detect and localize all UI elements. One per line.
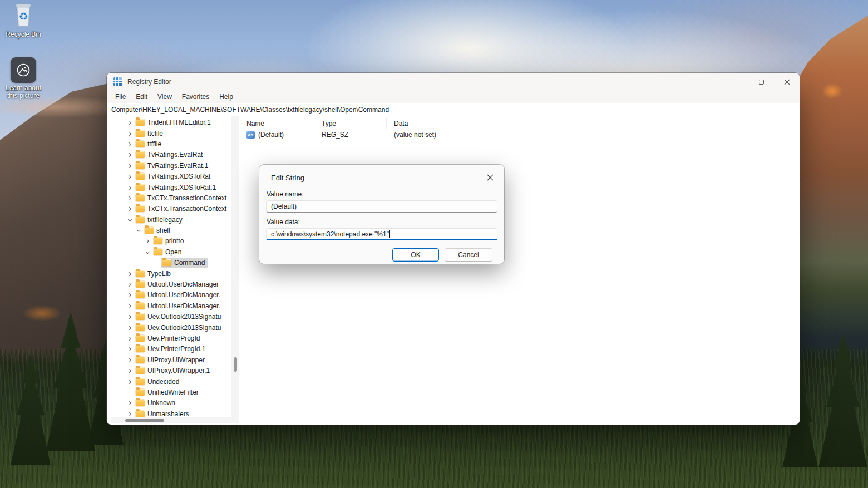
chevron-right-icon[interactable] <box>126 312 134 322</box>
tree-item-label: TypeLib <box>147 270 171 278</box>
ok-button[interactable]: OK <box>392 248 439 262</box>
title-bar[interactable]: Registry Editor <box>107 73 800 91</box>
tree-item-txtfilelegacy[interactable]: txtfilelegacy <box>111 215 239 225</box>
tree-item-uiproxy-uiwrapper-1[interactable]: UIProxy.UIWrapper.1 <box>111 366 239 376</box>
chevron-right-icon[interactable] <box>126 323 134 333</box>
tree-item-tvratings-xdstorat-1[interactable]: TvRatings.XDSToRat.1 <box>111 182 239 193</box>
tree-item-label: Open <box>165 248 181 256</box>
tree-item-content: TvRatings.XDSToRat <box>134 172 214 181</box>
chevron-right-icon[interactable] <box>144 236 152 247</box>
tree-item-label: Undecided <box>147 378 179 386</box>
menu-item-favorites[interactable]: Favorites <box>177 93 214 101</box>
value-row[interactable]: (Default)REG_SZ(value not set) <box>239 129 800 140</box>
minimize-button[interactable] <box>723 73 748 91</box>
tree-item-undecided[interactable]: Undecided <box>111 376 239 387</box>
menu-item-view[interactable]: View <box>152 93 177 101</box>
chevron-right-icon[interactable] <box>126 269 134 279</box>
column-header-type[interactable]: Type <box>314 118 387 129</box>
chevron-right-icon[interactable] <box>126 129 134 139</box>
tree-item-label: Uev.Outlook2013Signatu <box>147 313 221 321</box>
value-name-field[interactable]: (Default) <box>266 200 497 213</box>
close-button[interactable] <box>774 73 800 91</box>
tree-item-txctx-transactioncontext[interactable]: TxCTx.TransactionContext <box>111 204 239 214</box>
left-gutter <box>107 116 111 423</box>
tree-item-shell[interactable]: shell <box>111 225 239 236</box>
chevron-right-icon[interactable] <box>126 398 134 408</box>
folder-icon <box>136 130 145 137</box>
tree-item-content: ttcfile <box>134 129 166 139</box>
chevron-right-icon[interactable] <box>126 290 134 300</box>
tree-item-udtool-userdicmanager-[interactable]: Udtool.UserDicManager. <box>111 290 239 300</box>
tree-item-label: Udtool.UserDicManager <box>147 280 219 288</box>
learn-about-picture-desktop-icon[interactable]: Learn about this picture <box>3 57 43 100</box>
recycle-bin-desktop-icon[interactable]: ♻ Recycle Bin <box>3 2 43 39</box>
chevron-right-icon[interactable] <box>126 171 134 182</box>
chevron-right-icon[interactable] <box>126 344 134 354</box>
tree-item-uev-outlook2013signatu[interactable]: Uev.Outlook2013Signatu <box>111 312 239 322</box>
column-header-name[interactable]: Name <box>239 118 314 129</box>
tree-vertical-scrollbar[interactable] <box>231 116 239 417</box>
chevron-right-icon[interactable] <box>126 139 134 150</box>
tree-item-label: Udtool.UserDicManager. <box>147 302 220 310</box>
menu-item-edit[interactable]: Edit <box>131 93 152 101</box>
tree-item-unifiedwritefilter[interactable]: UnifiedWriteFilter <box>111 387 239 398</box>
tree-item-label: Uev.Outlook2013Signatu <box>147 324 221 332</box>
chevron-right-icon[interactable] <box>126 377 134 387</box>
dialog-close-button[interactable] <box>484 171 496 184</box>
chevron-right-icon[interactable] <box>126 355 134 366</box>
folder-icon <box>136 162 145 169</box>
reg-sz-string-icon <box>246 131 255 139</box>
tree-item-ttffile[interactable]: ttffile <box>111 139 239 150</box>
chevron-right-icon[interactable] <box>126 333 134 344</box>
tree-item-unknown[interactable]: Unknown <box>111 398 239 408</box>
tree-horizontal-scrollbar-thumb[interactable] <box>125 419 164 422</box>
tree-item-uev-outlook2013signatu[interactable]: Uev.Outlook2013Signatu <box>111 322 239 333</box>
chevron-right-icon[interactable] <box>126 279 134 290</box>
maximize-button[interactable] <box>748 73 774 91</box>
chevron-right-icon[interactable] <box>126 117 134 128</box>
tree-item-ttcfile[interactable]: ttcfile <box>111 128 239 139</box>
tree-item-udtool-userdicmanager-[interactable]: Udtool.UserDicManager. <box>111 301 239 312</box>
main-area: Trident.HTMLEditor.1ttcfilettffileTvRati… <box>107 116 800 423</box>
chevron-right-icon[interactable] <box>126 150 134 160</box>
value-data-field[interactable]: c:\windows\system32\notepad.exe "%1" <box>266 228 497 240</box>
chevron-down-icon[interactable] <box>135 225 143 236</box>
chevron-right-icon[interactable] <box>126 301 134 312</box>
value-name-text: (Default) <box>271 203 297 210</box>
dialog-title: Edit String <box>271 174 304 182</box>
tree-item-label: TvRatings.EvalRat <box>147 151 203 159</box>
tree-item-printto[interactable]: printto <box>111 236 239 247</box>
folder-icon <box>136 400 145 406</box>
tree-vertical-scrollbar-thumb[interactable] <box>234 357 237 372</box>
chevron-right-icon[interactable] <box>126 366 134 376</box>
tree-horizontal-scrollbar[interactable] <box>111 417 239 423</box>
tree-item-udtool-userdicmanager[interactable]: Udtool.UserDicManager <box>111 279 239 290</box>
chevron-down-icon[interactable] <box>126 215 134 225</box>
menu-item-help[interactable]: Help <box>214 93 238 101</box>
chevron-right-icon[interactable] <box>126 193 134 204</box>
address-bar[interactable]: Computer\HKEY_LOCAL_MACHINE\SOFTWARE\Cla… <box>107 103 800 116</box>
tree-item-txctx-transactioncontext[interactable]: TxCTx.TransactionContext <box>111 193 239 204</box>
tree-item-uev-printerprogid-1[interactable]: Uev.PrinterProgId.1 <box>111 344 239 354</box>
chevron-right-icon[interactable] <box>126 161 134 171</box>
tree-item-tvratings-evalrat[interactable]: TvRatings.EvalRat <box>111 150 239 160</box>
cancel-button[interactable]: Cancel <box>445 248 492 262</box>
tree-item-typelib[interactable]: TypeLib <box>111 268 239 279</box>
tree-item-command[interactable]: Command <box>111 258 239 268</box>
dialog-title-bar[interactable]: Edit String <box>259 165 504 184</box>
chevron-right-icon[interactable] <box>126 183 134 193</box>
tree-item-uev-printerprogid[interactable]: Uev.PrinterProgId <box>111 333 239 344</box>
svg-text:♻: ♻ <box>18 10 28 22</box>
menu-item-file[interactable]: File <box>110 93 131 101</box>
tree-item-label: TvRatings.EvalRat.1 <box>147 162 208 170</box>
tree-item-open[interactable]: Open <box>111 247 239 258</box>
chevron-down-icon[interactable] <box>144 247 152 258</box>
tree-item-trident-htmleditor-1[interactable]: Trident.HTMLEditor.1 <box>111 117 239 128</box>
tree-item-tvratings-evalrat-1[interactable]: TvRatings.EvalRat.1 <box>111 161 239 171</box>
chevron-right-icon[interactable] <box>126 204 134 214</box>
tree-item-uiproxy-uiwrapper[interactable]: UIProxy.UIWrapper <box>111 355 239 366</box>
minimize-icon <box>733 82 738 82</box>
column-header-data[interactable]: Data <box>387 118 563 129</box>
tree-item-tvratings-xdstorat[interactable]: TvRatings.XDSToRat <box>111 171 239 182</box>
wallpaper-sunlit-bush <box>16 302 68 325</box>
